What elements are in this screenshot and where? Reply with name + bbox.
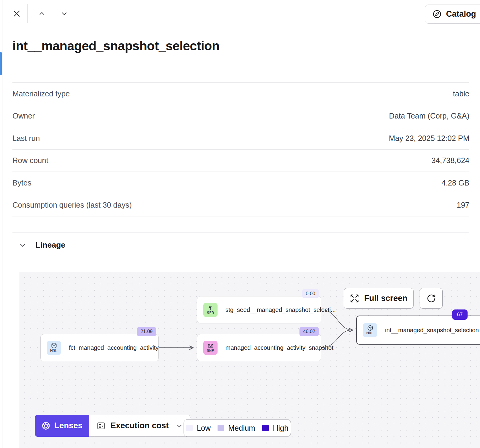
legend-label-medium: Medium <box>228 424 255 433</box>
cost-badge: 0.00 <box>302 289 319 298</box>
compass-icon <box>432 9 442 19</box>
metadata-value: table <box>453 89 469 98</box>
active-indicator <box>0 52 2 75</box>
close-icon <box>12 9 21 18</box>
metadata-row: Consumption queries (last 30 days) 197 <box>12 194 469 217</box>
legend-swatch-medium <box>218 425 224 431</box>
lineage-node-stg-seed[interactable]: 0.00 SED stg_seed__managed_snapshot_sele… <box>197 296 321 323</box>
catalog-button-label: Catalog <box>446 9 476 19</box>
collapse-chevron-icon[interactable] <box>19 242 26 249</box>
toolbar-divider <box>27 4 28 23</box>
node-type-code: SED <box>207 311 214 315</box>
metadata-label: Row count <box>12 156 48 165</box>
model-type-chip: MDL <box>363 323 377 337</box>
lineage-node-int-managed-snapshot-selection[interactable]: 67 MDL int__managed_snapshot_selection <box>356 316 480 345</box>
cost-table-icon <box>96 421 106 430</box>
metadata-value: Data Team (Corp, G&A) <box>389 112 469 120</box>
cost-legend: Low Medium High <box>184 419 291 437</box>
metadata-label: Owner <box>12 112 35 120</box>
node-type-code: MDL <box>50 349 57 353</box>
underlying-page-edge <box>0 0 2 448</box>
refresh-icon <box>427 294 436 303</box>
node-type-code: MDL <box>367 331 374 335</box>
sprout-icon <box>208 305 214 311</box>
lineage-section-header[interactable]: Lineage <box>19 240 65 250</box>
metadata-row: Materialized type table <box>12 83 469 105</box>
lineage-node-managed-accounting-activity-snapshot[interactable]: 46.02 SNP managed_accounting_activity_sn… <box>197 334 321 361</box>
aperture-icon <box>42 421 50 430</box>
lineage-graph-canvas[interactable]: Full screen 0.00 SED stg_seed__managed_s… <box>19 272 480 448</box>
cost-badge: 67 <box>452 309 468 320</box>
drawer-toolbar: Catalog <box>2 0 480 27</box>
metadata-spacer-row <box>12 216 469 232</box>
node-label: int__managed_snapshot_selection <box>385 327 479 334</box>
lenses-button[interactable]: Lenses <box>35 415 89 437</box>
page-title: int__managed_snapshot_selection <box>12 39 219 53</box>
metadata-row: Row count 34,738,624 <box>12 150 469 172</box>
lineage-node-fct-managed-accounting-activity[interactable]: 21.09 MDL fct_managed_accounting_activit… <box>40 334 159 361</box>
metadata-value: 4.28 GB <box>441 179 469 187</box>
cost-badge: 46.02 <box>299 327 319 336</box>
metadata-row: Last run May 23, 2025 12:02 PM <box>12 127 469 150</box>
lineage-section-title: Lineage <box>35 240 65 250</box>
node-label: fct_managed_accounting_activity <box>69 344 159 351</box>
close-button[interactable] <box>10 7 24 21</box>
legend-label-high: High <box>273 424 288 433</box>
model-type-chip: MDL <box>47 341 61 355</box>
metadata-row: Owner Data Team (Corp, G&A) <box>12 105 469 128</box>
lenses-bar: Lenses Execution cost <box>35 415 190 437</box>
legend-label-low: Low <box>197 424 211 433</box>
metadata-label: Last run <box>12 134 40 143</box>
node-type-code: SNP <box>207 349 214 353</box>
metadata-row: Bytes 4.28 GB <box>12 172 469 194</box>
cost-badge: 21.09 <box>137 327 156 336</box>
fullscreen-button[interactable]: Full screen <box>344 288 414 309</box>
cube-icon <box>367 325 373 331</box>
chevron-up-icon <box>39 10 45 17</box>
metadata-label: Consumption queries (last 30 days) <box>12 201 132 209</box>
catalog-button[interactable]: Catalog <box>425 5 480 24</box>
next-item-button[interactable] <box>57 7 71 21</box>
fullscreen-button-label: Full screen <box>364 294 407 303</box>
metadata-value: May 23, 2025 12:02 PM <box>389 134 469 143</box>
metadata-value: 34,738,624 <box>431 156 469 165</box>
expand-icon <box>350 294 359 303</box>
metadata-table: Materialized type table Owner Data Team … <box>12 82 469 232</box>
camera-icon <box>208 343 214 349</box>
previous-item-button[interactable] <box>35 7 49 21</box>
lens-selector[interactable]: Execution cost <box>89 415 190 437</box>
seed-type-chip: SED <box>203 303 218 317</box>
lenses-button-label: Lenses <box>54 421 83 430</box>
metadata-label: Materialized type <box>12 89 70 98</box>
lens-selected-label: Execution cost <box>110 421 169 430</box>
metadata-label: Bytes <box>12 179 32 187</box>
legend-swatch-high <box>262 425 269 431</box>
cube-icon <box>51 343 57 349</box>
chevron-down-icon <box>176 423 183 429</box>
snapshot-type-chip: SNP <box>203 341 218 355</box>
metadata-value: 197 <box>457 201 469 209</box>
refresh-button[interactable] <box>420 288 443 309</box>
legend-swatch-low <box>186 425 193 431</box>
node-label: managed_accounting_activity_snapshot <box>225 344 333 351</box>
chevron-down-icon <box>61 10 68 17</box>
node-label: stg_seed__managed_snapshot_selecti... <box>225 306 336 313</box>
